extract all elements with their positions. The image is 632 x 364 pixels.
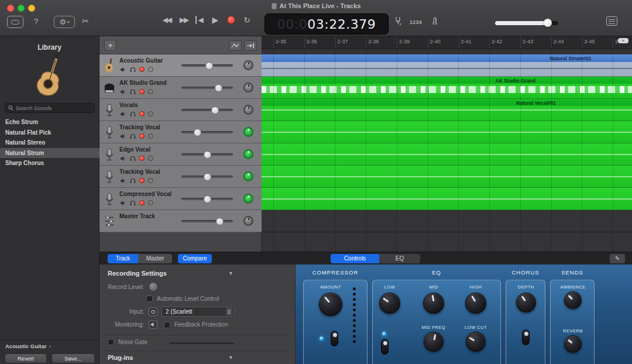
volume-thumb[interactable]	[205, 62, 213, 70]
edit-pencil-icon[interactable]: ✎	[610, 254, 625, 263]
track-volume-slider[interactable]	[181, 87, 233, 89]
audio-region[interactable]	[262, 188, 632, 210]
low-knob[interactable]	[379, 293, 400, 314]
compare-button[interactable]: Compare	[178, 254, 212, 263]
stepper-icon[interactable]: ▲▼	[226, 308, 232, 315]
mid-knob[interactable]	[423, 293, 444, 314]
track-pan-knob[interactable]	[243, 60, 253, 70]
list-item[interactable]: Natural Flat Pick	[0, 128, 99, 138]
input-monitor-button[interactable]	[148, 89, 153, 94]
mute-icon[interactable]	[119, 155, 126, 162]
rewind-button[interactable]: ◀◀	[162, 16, 172, 24]
high-knob[interactable]	[465, 293, 486, 314]
solo-headphones-icon[interactable]	[129, 200, 136, 206]
input-monitor-button[interactable]	[148, 67, 153, 72]
metronome-icon[interactable]	[431, 16, 439, 27]
ambience-knob[interactable]	[564, 291, 582, 309]
track-volume-slider[interactable]	[181, 220, 233, 222]
mute-icon[interactable]	[119, 200, 126, 206]
noise-gate-checkbox[interactable]	[108, 339, 114, 345]
count-in-button[interactable]: 1234	[410, 19, 422, 25]
audio-region[interactable]: Natural Vocal#01	[262, 99, 632, 121]
catch-playhead-icon[interactable]	[244, 40, 257, 51]
record-button[interactable]	[227, 16, 235, 24]
chorus-power-toggle[interactable]	[522, 329, 530, 345]
reverb-knob[interactable]	[564, 335, 582, 353]
ruler-nav-icon[interactable]: «	[618, 38, 628, 43]
low-cut-knob[interactable]	[466, 332, 486, 352]
record-enable-button[interactable]	[139, 156, 145, 161]
eq-power-toggle[interactable]	[381, 339, 389, 355]
mute-icon[interactable]	[119, 133, 126, 139]
amount-knob[interactable]	[319, 293, 342, 316]
solo-headphones-icon[interactable]	[129, 177, 136, 184]
input-monitor-button[interactable]	[148, 111, 153, 116]
tab-eq[interactable]: EQ	[379, 254, 420, 263]
volume-thumb[interactable]	[216, 218, 224, 225]
track-pan-knob[interactable]	[243, 194, 253, 204]
record-level-knob[interactable]	[149, 282, 158, 291]
mid-freq-knob[interactable]	[424, 332, 444, 352]
revert-button[interactable]: Revert	[5, 353, 47, 363]
input-monitor-button[interactable]	[148, 133, 153, 139]
solo-headphones-icon[interactable]	[129, 111, 136, 117]
timeline-area[interactable]: 2-352-362-372-382-392-402-412-422-432-44…	[262, 36, 632, 252]
list-item[interactable]: Sharp Chorus	[0, 158, 99, 169]
track-pan-knob[interactable]	[243, 127, 253, 137]
record-enable-button[interactable]	[139, 89, 145, 94]
solo-headphones-icon[interactable]	[129, 66, 136, 73]
automation-icon[interactable]	[229, 40, 242, 51]
lcd-display[interactable]: 00:0 03:22.379 ▾	[265, 13, 389, 35]
track-volume-slider[interactable]	[181, 176, 233, 178]
track-header-row[interactable]: Tracking Vocal	[99, 166, 262, 188]
solo-headphones-icon[interactable]	[129, 133, 136, 139]
plugins-header[interactable]: Plug-ins	[108, 354, 133, 361]
go-to-beginning-button[interactable]: ◀	[195, 16, 204, 24]
volume-thumb[interactable]	[204, 173, 211, 181]
input-monitor-button[interactable]	[148, 156, 153, 161]
notepad-icon[interactable]	[606, 16, 617, 26]
noise-gate-slider[interactable]	[170, 342, 234, 344]
loop-browser-button[interactable]	[7, 16, 23, 28]
list-item[interactable]: Natural Stereo	[0, 138, 99, 148]
solo-headphones-icon[interactable]	[129, 155, 136, 162]
track-header-row[interactable]: Vocals	[99, 99, 262, 121]
audio-region[interactable]	[262, 121, 632, 143]
mute-icon[interactable]	[119, 111, 126, 117]
auto-level-checkbox[interactable]	[146, 296, 153, 302]
record-enable-button[interactable]	[139, 133, 145, 139]
track-header-row[interactable]: Tracking Vocal	[99, 121, 262, 143]
track-volume-slider[interactable]	[181, 64, 233, 67]
track-pan-knob[interactable]	[243, 149, 253, 159]
list-item[interactable]: Echo Strum	[0, 117, 99, 128]
track-header-row[interactable]: Master Track	[99, 210, 262, 232]
volume-thumb[interactable]	[194, 129, 201, 136]
volume-thumb[interactable]	[215, 84, 222, 92]
chevron-down-icon[interactable]: ▾	[229, 270, 232, 276]
track-volume-slider[interactable]	[181, 198, 233, 200]
track-pan-knob[interactable]	[243, 171, 253, 181]
monitoring-speaker-button[interactable]	[149, 320, 157, 329]
tab-master[interactable]: Master	[138, 254, 172, 263]
input-monitor-button[interactable]	[148, 200, 153, 205]
settings-gear-button[interactable]: ⚙▾	[54, 16, 75, 28]
list-item[interactable]: Natural Strum	[0, 148, 99, 159]
play-button[interactable]: ▶	[210, 15, 221, 25]
tuner-icon[interactable]	[394, 16, 401, 27]
mute-icon[interactable]	[119, 88, 126, 95]
track-header-row[interactable]: Compressed Vocal	[99, 188, 262, 210]
track-header-row[interactable]: Acoustic Guitar	[99, 54, 262, 77]
compressor-power-toggle[interactable]	[331, 331, 338, 346]
track-header-row[interactable]: AK Studio Grand	[99, 77, 262, 99]
record-enable-button[interactable]	[139, 67, 145, 72]
audio-region[interactable]: AK Studio Grand	[262, 77, 632, 99]
help-button[interactable]: ?	[34, 18, 38, 25]
save-button[interactable]: Save...	[51, 353, 95, 363]
scissors-tool-button[interactable]: ✂	[82, 17, 89, 25]
input-monitor-button[interactable]	[148, 178, 153, 183]
volume-thumb[interactable]	[204, 195, 211, 203]
track-header-row[interactable]: Edge Vocal	[99, 143, 262, 166]
audio-region[interactable]	[262, 143, 632, 166]
mute-icon[interactable]	[119, 177, 126, 184]
library-footer-path[interactable]: Acoustic Guitar ›	[5, 343, 51, 349]
